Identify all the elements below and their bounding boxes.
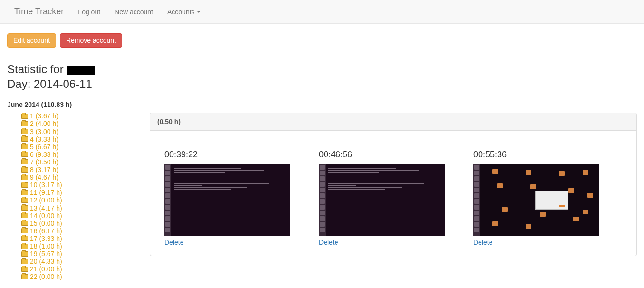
dialog-window-icon bbox=[535, 191, 568, 210]
folder-icon bbox=[21, 129, 28, 134]
screenshot-thumbnail[interactable] bbox=[164, 164, 290, 236]
folder-icon bbox=[21, 251, 28, 257]
day-link[interactable]: 9 (4.67 h) bbox=[30, 173, 58, 181]
day-link[interactable]: 10 (3.17 h) bbox=[30, 181, 62, 189]
folder-icon bbox=[21, 221, 28, 226]
delete-link[interactable]: Delete bbox=[319, 239, 338, 246]
edit-account-button[interactable]: Edit account bbox=[7, 33, 56, 48]
remove-account-button[interactable]: Remove account bbox=[60, 33, 122, 48]
day-list-item: 20 (4.33 h) bbox=[21, 258, 140, 265]
day-list-item: 17 (3.33 h) bbox=[21, 235, 140, 242]
delete-link[interactable]: Delete bbox=[164, 239, 183, 246]
folder-icon bbox=[21, 175, 28, 180]
panel-body: 00:39:22Delete00:46:56Delete00:55:36Dele… bbox=[150, 131, 636, 256]
sidebar: June 2014 (110.83 h) 1 (3.67 h)2 (4.00 h… bbox=[7, 101, 140, 280]
folder-icon bbox=[21, 136, 28, 142]
day-link[interactable]: 6 (9.33 h) bbox=[30, 151, 58, 158]
day-list-item: 11 (9.17 h) bbox=[21, 189, 140, 196]
day-link[interactable]: 7 (0.50 h) bbox=[30, 158, 58, 166]
day-list-item: 5 (6.67 h) bbox=[21, 143, 140, 151]
day-list-item: 6 (9.33 h) bbox=[21, 151, 140, 158]
day-list-item: 8 (3.17 h) bbox=[21, 166, 140, 173]
thumb-launcher-icon bbox=[319, 164, 326, 236]
day-link[interactable]: 4 (3.33 h) bbox=[30, 135, 58, 143]
content-panel: (0.50 h) 00:39:22Delete00:46:56Delete00:… bbox=[150, 113, 637, 256]
caret-down-icon bbox=[197, 11, 201, 13]
day-list-item: 9 (4.67 h) bbox=[21, 173, 140, 181]
heading-date: 2014-06-11 bbox=[34, 77, 92, 90]
day-link[interactable]: 17 (3.33 h) bbox=[30, 235, 62, 242]
day-list-item: 7 (0.50 h) bbox=[21, 158, 140, 166]
day-link[interactable]: 5 (6.67 h) bbox=[30, 143, 58, 151]
day-link[interactable]: 19 (5.67 h) bbox=[30, 250, 62, 258]
day-link[interactable]: 12 (0.00 h) bbox=[30, 196, 62, 204]
day-list-item: 10 (3.17 h) bbox=[21, 181, 140, 189]
folder-icon bbox=[21, 205, 28, 211]
day-link[interactable]: 22 (0.00 h) bbox=[30, 273, 62, 280]
month-title[interactable]: June 2014 (110.83 h) bbox=[7, 101, 140, 108]
folder-icon bbox=[21, 121, 28, 126]
day-list-item: 12 (0.00 h) bbox=[21, 196, 140, 204]
folder-icon bbox=[21, 259, 28, 264]
desktop-icons-group bbox=[473, 164, 599, 236]
folder-icon bbox=[21, 213, 28, 218]
day-list-item: 13 (4.17 h) bbox=[21, 204, 140, 212]
delete-link[interactable]: Delete bbox=[473, 239, 492, 246]
day-link[interactable]: 1 (3.67 h) bbox=[30, 112, 58, 120]
logout-link[interactable]: Log out bbox=[71, 8, 107, 16]
accounts-dropdown[interactable]: Accounts bbox=[160, 8, 208, 16]
folder-icon bbox=[21, 198, 28, 203]
redacted-username bbox=[67, 66, 95, 75]
folder-icon bbox=[21, 267, 28, 272]
day-prefix: Day: bbox=[7, 77, 34, 90]
folder-icon bbox=[21, 274, 28, 279]
folder-icon bbox=[21, 190, 28, 195]
screenshot-timestamp: 00:55:36 bbox=[473, 150, 599, 160]
page-heading: Statistic for Day: 2014-06-11 bbox=[7, 62, 637, 91]
terminal-content-icon bbox=[174, 168, 287, 191]
day-link[interactable]: 20 (4.33 h) bbox=[30, 258, 62, 265]
day-list-item: 2 (4.00 h) bbox=[21, 120, 140, 127]
day-list-item: 14 (0.00 h) bbox=[21, 212, 140, 220]
day-list: 1 (3.67 h)2 (4.00 h)3 (3.00 h)4 (3.33 h)… bbox=[7, 112, 140, 280]
day-list-item: 15 (0.00 h) bbox=[21, 220, 140, 227]
day-link[interactable]: 3 (3.00 h) bbox=[30, 128, 58, 135]
day-list-item: 1 (3.67 h) bbox=[21, 112, 140, 120]
screenshot-thumbnail[interactable] bbox=[319, 164, 445, 236]
day-link[interactable]: 14 (0.00 h) bbox=[30, 212, 62, 220]
folder-icon bbox=[21, 152, 28, 157]
day-link[interactable]: 11 (9.17 h) bbox=[30, 189, 62, 196]
day-list-item: 21 (0.00 h) bbox=[21, 265, 140, 273]
screenshot-item: 00:39:22Delete bbox=[164, 150, 290, 246]
accounts-label: Accounts bbox=[167, 8, 195, 16]
folder-icon bbox=[21, 244, 28, 249]
folder-icon bbox=[21, 228, 28, 233]
day-link[interactable]: 13 (4.17 h) bbox=[30, 204, 62, 212]
screenshot-timestamp: 00:46:56 bbox=[319, 150, 445, 160]
day-list-item: 22 (0.00 h) bbox=[21, 273, 140, 280]
terminal-content-icon bbox=[328, 168, 441, 191]
screenshot-item: 00:55:36Delete bbox=[473, 150, 599, 246]
brand-link[interactable]: Time Tracker bbox=[7, 7, 71, 17]
statistic-prefix: Statistic for bbox=[7, 63, 67, 76]
day-link[interactable]: 15 (0.00 h) bbox=[30, 220, 62, 227]
navbar: Time Tracker Log out New account Account… bbox=[0, 0, 644, 24]
day-link[interactable]: 8 (3.17 h) bbox=[30, 166, 58, 173]
folder-icon bbox=[21, 167, 28, 173]
day-link[interactable]: 18 (1.00 h) bbox=[30, 242, 62, 250]
day-list-item: 18 (1.00 h) bbox=[21, 242, 140, 250]
thumb-launcher-icon bbox=[164, 164, 171, 236]
day-list-item: 19 (5.67 h) bbox=[21, 250, 140, 258]
folder-icon bbox=[21, 144, 28, 149]
new-account-link[interactable]: New account bbox=[107, 8, 160, 16]
day-list-item: 3 (3.00 h) bbox=[21, 128, 140, 135]
day-link[interactable]: 16 (6.17 h) bbox=[30, 227, 62, 235]
screenshot-thumbnail[interactable] bbox=[473, 164, 599, 236]
day-link[interactable]: 21 (0.00 h) bbox=[30, 265, 62, 273]
folder-icon bbox=[21, 236, 28, 241]
screenshot-item: 00:46:56Delete bbox=[319, 150, 445, 246]
day-link[interactable]: 2 (4.00 h) bbox=[30, 120, 58, 127]
folder-icon bbox=[21, 114, 28, 119]
day-list-item: 16 (6.17 h) bbox=[21, 227, 140, 235]
folder-icon bbox=[21, 159, 28, 164]
